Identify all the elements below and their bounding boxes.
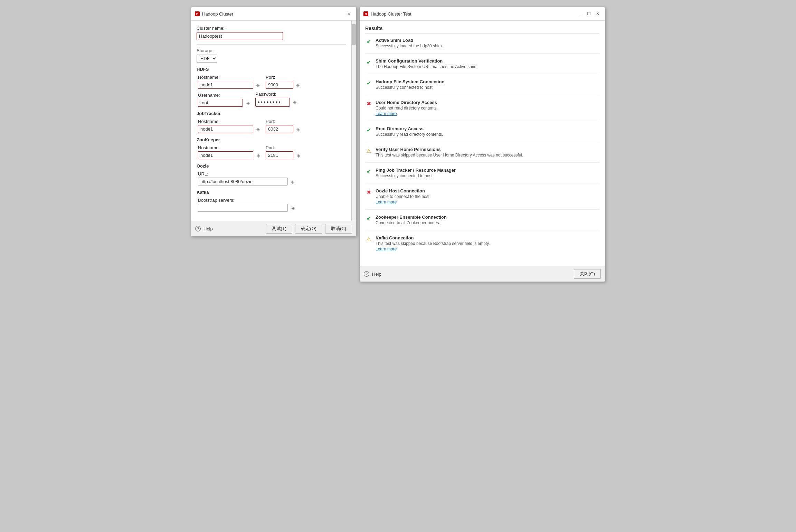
hdfs-section: HDFS Hostname: ◈: [197, 67, 346, 107]
storage-row: HDFS: [197, 55, 346, 63]
right-window-maximize-button[interactable]: ☐: [585, 10, 593, 18]
hdfs-password-col: Password: ◈: [255, 92, 298, 107]
cancel-button[interactable]: 取消(C): [325, 224, 352, 234]
oozie-url-label: URL:: [198, 171, 344, 177]
hdfs-port-icon[interactable]: ◈: [295, 82, 302, 88]
learn-more-link[interactable]: Learn more: [376, 247, 599, 251]
result-item-shim-config: ✔ Shim Configuration Verification The Ha…: [365, 58, 599, 74]
oozie-url-input-row: ◈: [198, 178, 344, 186]
right-window-body: Results ✔ Active Shim Load Successfully …: [360, 21, 605, 266]
cross-icon: ✖: [365, 189, 372, 196]
jobtracker-hostname-port-row: Hostname: ◈ Port: ◈: [198, 119, 344, 133]
close-button[interactable]: 关闭(C): [574, 269, 601, 279]
right-window-minimize-button[interactable]: ─: [576, 10, 584, 18]
result-item-oozie-host: ✖ Oozie Host Connection Unable to connec…: [365, 188, 599, 210]
jobtracker-port-input[interactable]: [266, 125, 293, 133]
zookeeper-port-icon[interactable]: ◈: [295, 152, 302, 159]
right-window-footer: ? Help 关闭(C): [360, 266, 605, 282]
hdfs-username-icon[interactable]: ◈: [244, 99, 251, 106]
result-text-oozie-host: Oozie Host Connection Unable to connect …: [376, 188, 599, 205]
right-help-section: ? Help: [364, 271, 381, 277]
result-text-shim-config: Shim Configuration Verification The Hado…: [376, 58, 599, 69]
zookeeper-hostname-icon[interactable]: ◈: [255, 152, 262, 159]
result-title-shim-config: Shim Configuration Verification: [376, 58, 599, 64]
check-icon: ✔: [365, 126, 372, 133]
left-window-controls: ✕: [345, 10, 353, 18]
result-text-hadoop-fs-connection: Hadoop File System Connection Successful…: [376, 79, 599, 90]
hadoop-cluster-window: Hadoop Cluster ✕ Cluster name: Storage:: [191, 7, 357, 237]
check-icon: ✔: [365, 38, 372, 45]
zookeeper-port-input-row: ◈: [266, 151, 302, 159]
result-desc-ping-job-tracker: Successfully connected to host.: [376, 173, 599, 178]
result-title-user-home-dir: User Home Directory Access: [376, 100, 599, 105]
cluster-name-input[interactable]: [197, 32, 283, 40]
ok-button[interactable]: 确定(O): [295, 224, 322, 234]
hdfs-username-input[interactable]: [198, 99, 243, 107]
zookeeper-hostname-col: Hostname: ◈: [198, 145, 262, 159]
result-title-active-shim-load: Active Shim Load: [376, 38, 599, 43]
result-title-root-dir-access: Root Directory Access: [376, 126, 599, 131]
test-button[interactable]: 测试(T): [266, 224, 293, 234]
results-list: ✔ Active Shim Load Successfully loaded t…: [365, 38, 599, 256]
right-window-close-button[interactable]: ✕: [594, 10, 601, 18]
scrollbar[interactable]: [351, 21, 356, 221]
hdfs-hostname-icon[interactable]: ◈: [255, 82, 262, 88]
kafka-bootstrap-input[interactable]: [198, 204, 288, 212]
hdfs-password-input[interactable]: [255, 98, 290, 107]
result-desc-oozie-host: Unable to connect to the host.: [376, 194, 599, 199]
hdfs-password-icon[interactable]: ◈: [291, 99, 298, 106]
left-window-close-button[interactable]: ✕: [345, 10, 353, 18]
result-desc-root-dir-access: Successfully read directory contents.: [376, 132, 599, 137]
result-item-user-home-dir: ✖ User Home Directory Access Could not r…: [365, 100, 599, 121]
result-item-kafka-connection: ⚠ Kafka Connection This test was skipped…: [365, 235, 599, 256]
result-title-verify-user-home: Verify User Home Permissions: [376, 147, 599, 152]
learn-more-link[interactable]: Learn more: [376, 111, 599, 116]
zookeeper-port-col: Port: ◈: [266, 145, 302, 159]
jobtracker-section: JobTracker Hostname: ◈ Port:: [197, 111, 346, 133]
warning-icon: ⚠: [365, 147, 372, 154]
zookeeper-fields: Hostname: ◈ Port: ◈: [197, 145, 346, 159]
zookeeper-port-input[interactable]: [266, 151, 293, 159]
oozie-section: Oozie URL: ◈: [197, 163, 346, 186]
zookeeper-hostname-input[interactable]: [198, 151, 253, 159]
right-help-label: Help: [372, 272, 381, 277]
hdfs-port-input-row: ◈: [266, 81, 302, 89]
oozie-url-input[interactable]: [198, 178, 288, 186]
result-desc-shim-config: The Hadoop File System URL matches the A…: [376, 64, 599, 69]
zookeeper-port-label: Port:: [266, 145, 302, 150]
help-section: ? Help: [195, 226, 213, 231]
help-icon: ?: [195, 226, 201, 231]
kafka-bootstrap-icon[interactable]: ◈: [289, 205, 296, 211]
storage-label: Storage:: [197, 48, 346, 53]
result-title-ping-job-tracker: Ping Job Tracker / Resource Manager: [376, 168, 599, 173]
result-title-hadoop-fs-connection: Hadoop File System Connection: [376, 79, 599, 84]
result-text-kafka-connection: Kafka Connection This test was skipped b…: [376, 235, 599, 251]
result-text-root-dir-access: Root Directory Access Successfully read …: [376, 126, 599, 137]
hadoop-cluster-test-window: Hadoop Cluster Test ─ ☐ ✕ Results ✔ Acti…: [359, 7, 605, 282]
check-icon: ✔: [365, 215, 372, 222]
hdfs-hostname-input[interactable]: [198, 81, 253, 89]
hdfs-user-pass-row: Username: ◈ Password: ◈: [198, 92, 344, 107]
result-desc-zookeeper-ensemble: Connected to all Zookeeper nodes.: [376, 220, 599, 225]
result-desc-user-home-dir: Could not read directory contents.: [376, 106, 599, 111]
result-text-active-shim-load: Active Shim Load Successfully loaded the…: [376, 38, 599, 48]
hdfs-port-label: Port:: [266, 75, 302, 80]
storage-dropdown[interactable]: HDFS: [197, 55, 217, 63]
cross-icon: ✖: [365, 100, 372, 107]
oozie-url-icon[interactable]: ◈: [289, 178, 296, 185]
result-text-ping-job-tracker: Ping Job Tracker / Resource Manager Succ…: [376, 168, 599, 178]
jobtracker-hostname-icon[interactable]: ◈: [255, 126, 262, 133]
jobtracker-port-icon[interactable]: ◈: [295, 126, 302, 133]
storage-group: Storage: HDFS: [197, 48, 346, 63]
jobtracker-port-col: Port: ◈: [266, 119, 302, 133]
scroll-thumb[interactable]: [352, 24, 356, 45]
result-item-root-dir-access: ✔ Root Directory Access Successfully rea…: [365, 126, 599, 142]
hdfs-username-label: Username:: [198, 93, 251, 98]
hdfs-port-col: Port: ◈: [266, 75, 302, 89]
result-desc-verify-user-home: This test was skipped because User Home …: [376, 153, 599, 158]
jobtracker-label: JobTracker: [197, 111, 346, 116]
jobtracker-hostname-input[interactable]: [198, 125, 253, 133]
result-text-verify-user-home: Verify User Home Permissions This test w…: [376, 147, 599, 158]
learn-more-link[interactable]: Learn more: [376, 200, 599, 205]
hdfs-port-input[interactable]: [266, 81, 293, 89]
